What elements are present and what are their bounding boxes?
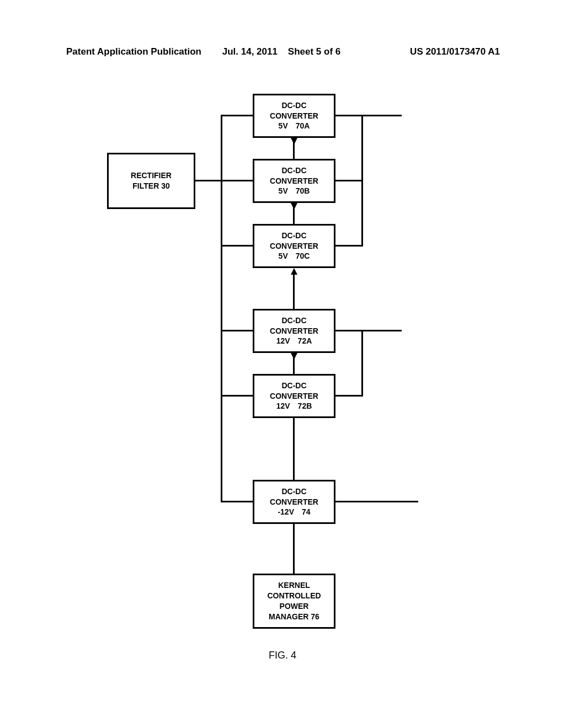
line-out-70b xyxy=(335,180,363,181)
rectifier-filter-box: RECTIFIER FILTER 30 xyxy=(107,153,195,209)
line-in-72a xyxy=(221,330,253,331)
header-date: Jul. 14, 2011 xyxy=(222,46,278,57)
c70a-volt: 5V xyxy=(279,121,288,131)
c70c-ref: 70C xyxy=(296,251,310,261)
c72b-title: DC-DC xyxy=(281,381,306,391)
ctl-70b-70c-arrow xyxy=(291,203,297,210)
c74-title: DC-DC xyxy=(281,486,306,497)
ctl-72b-74 xyxy=(293,418,295,480)
line-in-74 xyxy=(221,501,253,502)
figure-caption: FIG. 4 xyxy=(0,650,565,661)
line-in-70a xyxy=(221,115,253,116)
c70a-ref: 70A xyxy=(296,121,310,131)
line-out-74 xyxy=(335,501,418,502)
converter-72b-box: DC-DC CONVERTER 12V 72B xyxy=(253,374,335,418)
converter-70c-box: DC-DC CONVERTER 5V 70C xyxy=(253,224,335,268)
c70c-volt: 5V xyxy=(279,251,288,261)
pm-l1: KERNEL xyxy=(278,580,310,591)
c72a-volt: 12V xyxy=(276,336,290,346)
c72a-sub: CONVERTER xyxy=(270,326,318,336)
c70a-title: DC-DC xyxy=(281,100,306,111)
ctl-72a-72b-arrow xyxy=(291,353,297,360)
line-rect-out xyxy=(195,180,221,181)
line-in-70b xyxy=(221,180,253,181)
c72a-ref: 72A xyxy=(298,336,312,346)
line-in-72b xyxy=(221,395,253,397)
line-input-bus xyxy=(221,115,222,502)
header-publication: Patent Application Publication xyxy=(66,46,201,57)
converter-72a-box: DC-DC CONVERTER 12V 72A xyxy=(253,309,335,353)
c70b-sub: CONVERTER xyxy=(270,176,318,186)
c70c-sub: CONVERTER xyxy=(270,241,318,251)
converter-70a-box: DC-DC CONVERTER 5V 70A xyxy=(253,94,335,138)
c72b-volt: 12V xyxy=(276,401,290,411)
ctl-72a-70c-arrow xyxy=(291,268,297,275)
rectifier-line2: FILTER 30 xyxy=(132,181,169,191)
c74-volt: -12V xyxy=(278,507,294,517)
line-out-70c xyxy=(335,245,363,247)
c70b-volt: 5V xyxy=(279,186,288,196)
power-manager-box: KERNEL CONTROLLED POWER MANAGER 76 xyxy=(253,574,335,629)
ctl-70a-70b-arrow xyxy=(291,138,297,144)
header-pubnum: US 2011/0173470 A1 xyxy=(410,46,500,57)
c72a-title: DC-DC xyxy=(281,315,306,326)
converter-70b-box: DC-DC CONVERTER 5V 70B xyxy=(253,159,335,203)
c74-sub: CONVERTER xyxy=(270,497,318,507)
c70a-sub: CONVERTER xyxy=(270,111,318,121)
rectifier-line1: RECTIFIER xyxy=(131,170,172,181)
pm-l2: CONTROLLED xyxy=(267,591,321,601)
pm-l3: POWER xyxy=(280,601,309,612)
c70c-title: DC-DC xyxy=(281,231,306,241)
c72b-ref: 72B xyxy=(298,401,312,411)
line-5v-join xyxy=(361,115,363,247)
c72b-sub: CONVERTER xyxy=(270,391,318,402)
line-12v-join xyxy=(361,330,363,397)
c74-ref: 74 xyxy=(302,507,311,517)
ctl-74-pm xyxy=(293,524,295,574)
c70b-ref: 70B xyxy=(296,186,310,196)
pm-l4: MANAGER 76 xyxy=(269,612,319,622)
line-in-70c xyxy=(221,245,253,247)
converter-74-box: DC-DC CONVERTER -12V 74 xyxy=(253,480,335,524)
ctl-72a-70c xyxy=(293,275,295,309)
line-out-72b xyxy=(335,395,363,397)
c70b-title: DC-DC xyxy=(281,165,306,176)
line-out-70a xyxy=(335,115,402,116)
header-sheet: Sheet 5 of 6 xyxy=(288,46,340,57)
line-out-72a xyxy=(335,330,402,331)
header-mid: Jul. 14, 2011 Sheet 5 of 6 xyxy=(188,46,375,57)
